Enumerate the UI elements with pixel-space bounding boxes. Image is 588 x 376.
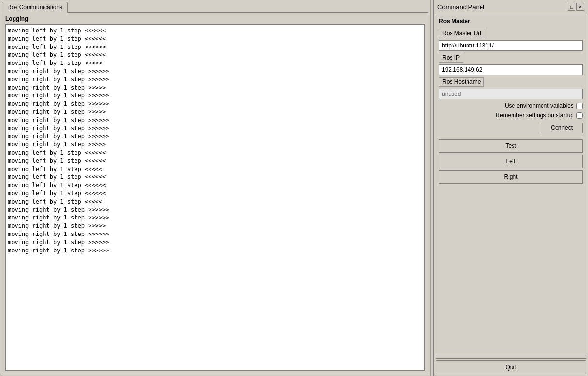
log-line: moving right by 1 step >>>>>> [8,92,422,100]
log-line: moving right by 1 step >>>>>> [8,132,422,141]
log-line: moving left by 1 step <<<<< [8,198,422,206]
log-line: moving right by 1 step >>>>> [8,108,422,116]
command-panel-header: Command Panel □ × [436,2,586,12]
close-button[interactable]: × [576,3,584,11]
log-area[interactable]: moving left by 1 step <<<<<<moving left … [5,24,425,371]
log-line: moving left by 1 step <<<<<< [8,181,422,189]
ros-ip-label: Ros IP [439,53,463,63]
log-line: moving left by 1 step <<<<<< [8,157,422,165]
log-line: moving right by 1 step >>>>>> [8,116,422,125]
ros-ip-input[interactable] [439,64,583,75]
right-panel: Command Panel □ × Ros Master Ros Master … [433,0,588,376]
ros-master-url-input[interactable] [439,40,583,51]
log-line: moving right by 1 step >>>>>> [8,206,422,214]
log-line: moving left by 1 step <<<<<< [8,51,422,59]
log-line: moving left by 1 step <<<<<< [8,173,422,181]
tab-ros-communications[interactable]: Ros Communications [2,2,68,13]
bottom-bar: Quit [436,358,586,374]
log-line: moving right by 1 step >>>>>> [8,238,422,247]
log-line: moving right by 1 step >>>>>> [8,214,422,222]
log-line: moving right by 1 step >>>>> [8,222,422,230]
test-button[interactable]: Test [439,139,583,153]
action-buttons: Test Left Right [439,139,583,184]
log-line: moving right by 1 step >>>>> [8,84,422,92]
log-line: moving right by 1 step >>>>>> [8,67,422,76]
right-button[interactable]: Right [439,170,583,184]
ros-master-url-label: Ros Master Url [439,29,484,38]
log-line: moving right by 1 step >>>>>> [8,100,422,108]
log-line: moving left by 1 step <<<<<< [8,149,422,157]
left-panel: Ros Communications Logging moving left b… [0,0,430,376]
log-line: moving right by 1 step >>>>>> [8,125,422,133]
log-line: moving right by 1 step >>>>> [8,141,422,149]
remember-settings-checkbox[interactable] [576,112,583,119]
log-line: moving left by 1 step <<<<< [8,59,422,67]
ros-hostname-input[interactable] [439,89,583,99]
log-line: moving left by 1 step <<<<<< [8,27,422,35]
ros-master-section: Ros Master Ros Master Url Ros IP Ros Hos… [436,15,586,356]
log-line: moving right by 1 step >>>>>> [8,247,422,255]
use-env-checkbox[interactable] [576,103,583,109]
tab-bar: Ros Communications [2,2,428,12]
restore-button[interactable]: □ [568,3,575,11]
log-line: moving left by 1 step <<<<< [8,165,422,173]
remember-settings-label: Remember settings on startup [496,112,573,119]
log-line: moving left by 1 step <<<<<< [8,43,422,51]
log-line: moving left by 1 step <<<<<< [8,189,422,198]
remember-settings-row: Remember settings on startup [439,112,583,119]
log-line: moving right by 1 step >>>>>> [8,230,422,238]
panel-controls: □ × [568,3,584,11]
connect-btn-row: Connect [439,123,583,133]
connect-button[interactable]: Connect [541,123,583,133]
left-button[interactable]: Left [439,155,583,168]
logging-label: Logging [5,16,425,22]
ros-hostname-label: Ros Hostname [439,77,484,87]
log-line: moving right by 1 step >>>>>> [8,76,422,84]
use-env-row: Use environment variables [439,102,583,109]
tab-content: Logging moving left by 1 step <<<<<<movi… [2,12,428,374]
command-panel-title: Command Panel [437,3,484,11]
use-env-label: Use environment variables [505,102,573,109]
ros-master-title: Ros Master [439,18,583,25]
quit-button[interactable]: Quit [436,360,586,374]
log-line: moving left by 1 step <<<<<< [8,35,422,43]
